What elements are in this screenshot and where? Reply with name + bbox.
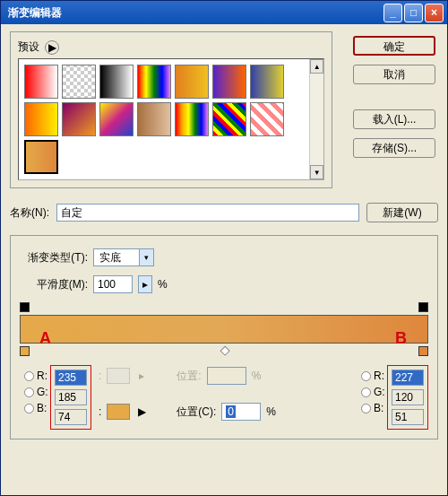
preset-swatch[interactable] [99, 65, 134, 99]
preset-swatch[interactable] [24, 140, 58, 174]
smoothness-label: 平滑度(M): [20, 277, 88, 292]
rgb-a-box: 235 185 74 [50, 365, 91, 430]
presets-label: 预设 [18, 39, 39, 55]
rgb-b-r-input[interactable]: 227 [392, 370, 424, 386]
color-play-icon[interactable]: ▶ [135, 405, 148, 418]
color-label: : [99, 405, 101, 418]
gradient-bar[interactable]: A B [20, 315, 428, 344]
maximize-button[interactable]: □ [404, 4, 423, 22]
window-title: 渐变编辑器 [4, 5, 382, 21]
presets-menu-button[interactable]: ▶ [45, 40, 59, 55]
close-button[interactable]: × [425, 4, 444, 22]
gradient-editor-window: 渐变编辑器 _ □ × 预设 ▶ [0, 0, 448, 496]
scroll-track[interactable] [310, 74, 323, 165]
smoothness-unit: % [158, 278, 168, 291]
radio-g-a[interactable] [24, 387, 34, 397]
preset-swatch[interactable] [212, 65, 246, 99]
rgb-b-g-input[interactable]: 120 [392, 389, 424, 405]
position-label: 位置(C): [177, 405, 216, 420]
preset-swatch[interactable] [175, 65, 209, 99]
gradient-editor: A B [20, 302, 428, 356]
opacity-play-icon: ▸ [135, 370, 148, 382]
opacity-color-box [107, 368, 130, 384]
position-unit: % [266, 405, 276, 418]
mid-column: : ▸ 位置: % : ▶ 位置(C): [99, 365, 349, 421]
ok-button[interactable]: 确定 [353, 36, 435, 56]
preset-swatch[interactable] [250, 102, 284, 136]
radio-b-b[interactable] [361, 404, 371, 413]
rgb-b-box: 227 120 51 [387, 365, 428, 430]
chevron-down-icon: ▾ [139, 249, 153, 265]
gradient-type-select[interactable]: 实底 ▾ [93, 248, 154, 266]
preset-swatch[interactable] [250, 65, 284, 99]
gradient-type-value: 实底 [94, 250, 139, 265]
radio-b-a[interactable] [24, 404, 34, 413]
rgb-b-b-input[interactable]: 51 [392, 409, 424, 425]
pos-disabled-label: 位置: [177, 369, 201, 384]
minimize-button[interactable]: _ [383, 4, 402, 22]
radio-r-a[interactable] [24, 371, 34, 381]
rgb-a-b-input[interactable]: 74 [55, 409, 87, 425]
pos-disabled-input [207, 367, 246, 385]
opacity-stop-right[interactable] [418, 302, 428, 312]
radio-r-b[interactable] [361, 371, 371, 381]
preset-swatch[interactable] [62, 102, 96, 136]
midpoint-handle[interactable] [220, 346, 230, 356]
new-button[interactable]: 新建(W) [366, 203, 438, 222]
dialog-body: 预设 ▶ [1, 24, 447, 447]
save-button[interactable]: 存储(S)... [353, 138, 435, 158]
smoothness-stepper[interactable]: ▸ [138, 275, 152, 293]
preset-swatch[interactable] [99, 102, 134, 136]
name-label: 名称(N): [10, 205, 49, 221]
stops-panel: R: G: B: 235 185 74 : ▸ [20, 365, 428, 430]
presets-box: ▲ ▼ [18, 58, 324, 180]
opacity-stop-left[interactable] [20, 302, 30, 312]
play-icon: ▶ [48, 41, 56, 54]
preset-swatch[interactable] [175, 102, 209, 136]
radio-g-b[interactable] [361, 387, 371, 397]
color-stop-a[interactable] [20, 346, 30, 356]
dialog-buttons: 确定 取消 载入(L)... 存储(S)... [353, 36, 435, 158]
presets-scrollbar[interactable]: ▲ ▼ [309, 59, 323, 179]
gradient-panel: 渐变类型(T): 实底 ▾ 平滑度(M): 100 ▸ % A [10, 235, 438, 439]
preset-swatch[interactable] [137, 102, 171, 136]
preset-swatch[interactable] [137, 65, 171, 99]
smoothness-input[interactable]: 100 [93, 275, 133, 293]
load-button[interactable]: 载入(L)... [353, 109, 435, 129]
titlebar[interactable]: 渐变编辑器 _ □ × [1, 1, 447, 24]
scroll-down-button[interactable]: ▼ [310, 165, 323, 179]
preset-swatch[interactable] [24, 65, 58, 99]
name-row: 名称(N): 新建(W) [10, 203, 438, 222]
preset-swatches [19, 59, 309, 179]
color-stop-b[interactable] [418, 346, 428, 356]
cancel-button[interactable]: 取消 [353, 65, 435, 84]
gradient-type-label: 渐变类型(T): [20, 250, 88, 265]
preset-swatch[interactable] [212, 102, 246, 136]
presets-panel: 预设 ▶ [10, 31, 332, 188]
preset-swatch[interactable] [62, 65, 96, 99]
name-input[interactable] [56, 204, 359, 222]
rgb-a-r-input[interactable]: 235 [55, 370, 87, 386]
pos-disabled-unit: % [252, 370, 262, 382]
scroll-up-button[interactable]: ▲ [310, 59, 323, 74]
preset-swatch[interactable] [24, 102, 58, 136]
position-input[interactable]: 0 [221, 403, 261, 421]
color-sep: : [99, 370, 101, 382]
color-swatch[interactable] [107, 404, 130, 420]
rgb-a-g-input[interactable]: 185 [55, 389, 87, 405]
